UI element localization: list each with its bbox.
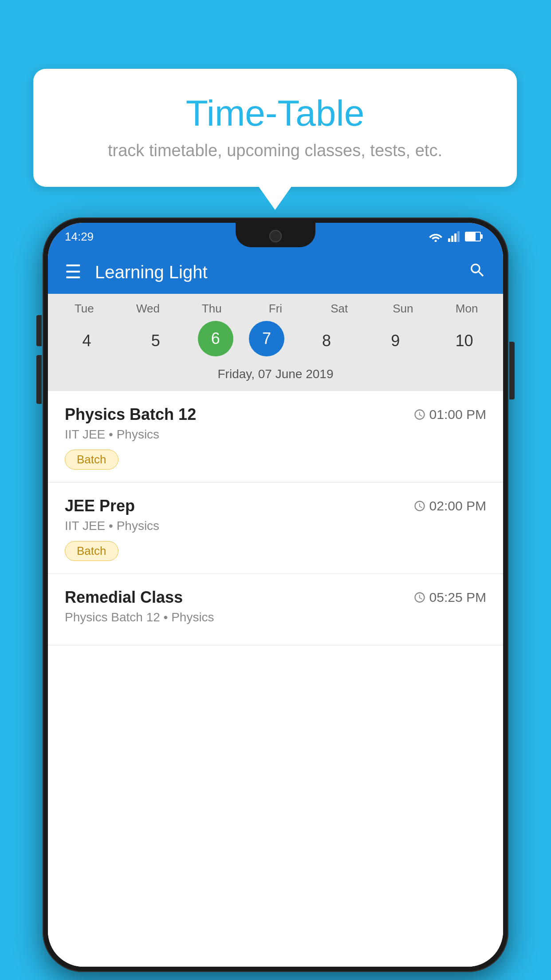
svg-rect-3 xyxy=(454,233,457,242)
schedule-item-1-title: Physics Batch 12 xyxy=(65,405,196,424)
schedule-item-2[interactable]: JEE Prep 02:00 PM IIT JEE • Physics Batc… xyxy=(48,482,503,574)
day-header-fri: Fri xyxy=(249,302,302,316)
day-header-wed: Wed xyxy=(122,302,175,316)
svg-point-0 xyxy=(435,240,437,242)
schedule-item-3[interactable]: Remedial Class 05:25 PM Physics Batch 12… xyxy=(48,574,503,645)
schedule-item-3-time: 05:25 PM xyxy=(413,590,486,605)
status-icons xyxy=(429,231,481,242)
day-headers: Tue Wed Thu Fri Sat Sun Mon xyxy=(48,302,503,316)
phone-outer: 14:29 xyxy=(43,217,508,972)
app-title: Learning Light xyxy=(95,262,468,282)
day-header-mon: Mon xyxy=(440,302,493,316)
svg-rect-2 xyxy=(451,236,453,242)
menu-icon[interactable]: ☰ xyxy=(65,263,82,281)
schedule-item-1-header: Physics Batch 12 01:00 PM xyxy=(65,405,486,424)
schedule-list: Physics Batch 12 01:00 PM IIT JEE • Phys… xyxy=(48,391,503,967)
day-header-sun: Sun xyxy=(376,302,429,316)
vol-up-button xyxy=(36,315,42,346)
schedule-item-3-subtitle: Physics Batch 12 • Physics xyxy=(65,610,486,624)
phone-notch xyxy=(236,223,315,247)
tooltip-title: Time-Table xyxy=(60,93,490,133)
day-num-8[interactable]: 8 xyxy=(300,321,353,361)
schedule-item-1[interactable]: Physics Batch 12 01:00 PM IIT JEE • Phys… xyxy=(48,391,503,482)
vol-down-button xyxy=(36,355,42,404)
status-time: 14:29 xyxy=(65,230,94,244)
day-header-tue: Tue xyxy=(58,302,111,316)
schedule-item-3-title: Remedial Class xyxy=(65,588,183,607)
day-num-4[interactable]: 4 xyxy=(60,321,114,361)
day-header-thu: Thu xyxy=(185,302,238,316)
day-num-5[interactable]: 5 xyxy=(129,321,182,361)
svg-rect-4 xyxy=(457,231,460,242)
tooltip-card: Time-Table track timetable, upcoming cla… xyxy=(33,69,517,187)
schedule-item-1-badge: Batch xyxy=(65,450,118,470)
schedule-item-2-title: JEE Prep xyxy=(65,497,135,515)
day-num-7-selected[interactable]: 7 xyxy=(249,321,284,356)
schedule-item-1-subtitle: IIT JEE • Physics xyxy=(65,427,486,442)
day-numbers: 4 5 6 7 8 9 10 xyxy=(48,321,503,361)
clock-icon-3 xyxy=(413,591,426,604)
phone-screen: 14:29 xyxy=(48,223,503,967)
schedule-item-2-badge: Batch xyxy=(65,541,118,561)
calendar-strip: Tue Wed Thu Fri Sat Sun Mon 4 5 6 7 8 9 … xyxy=(48,294,503,391)
battery-icon xyxy=(465,232,481,241)
schedule-item-3-header: Remedial Class 05:25 PM xyxy=(65,588,486,607)
day-num-6-today[interactable]: 6 xyxy=(198,321,233,356)
day-header-sat: Sat xyxy=(313,302,366,316)
schedule-item-1-time: 01:00 PM xyxy=(413,407,486,422)
schedule-item-2-subtitle: IIT JEE • Physics xyxy=(65,519,486,533)
svg-rect-1 xyxy=(448,238,450,242)
calendar-date-label: Friday, 07 June 2019 xyxy=(48,367,503,387)
schedule-item-2-header: JEE Prep 02:00 PM xyxy=(65,497,486,515)
app-bar: ☰ Learning Light xyxy=(48,250,503,294)
day-num-10[interactable]: 10 xyxy=(437,321,491,361)
schedule-item-2-time: 02:00 PM xyxy=(413,498,486,514)
signal-icon xyxy=(448,231,460,242)
clock-icon-2 xyxy=(413,500,426,512)
clock-icon-1 xyxy=(413,408,426,421)
tooltip-subtitle: track timetable, upcoming classes, tests… xyxy=(60,141,490,160)
power-button xyxy=(509,342,515,399)
search-icon[interactable] xyxy=(468,261,486,283)
phone-mockup: 14:29 xyxy=(43,217,508,972)
day-num-9[interactable]: 9 xyxy=(369,321,422,361)
phone-camera xyxy=(269,230,282,242)
wifi-icon xyxy=(429,231,443,242)
